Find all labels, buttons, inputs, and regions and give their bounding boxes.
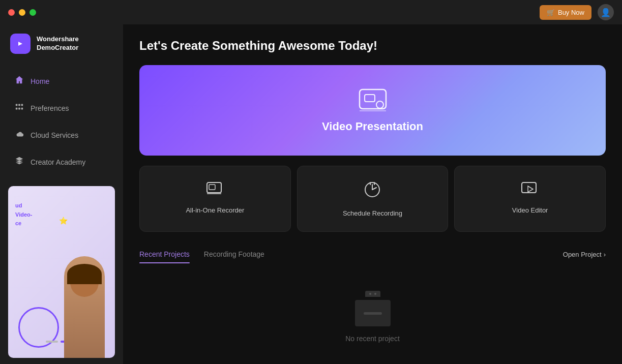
brand-name: Wondershare DemoCreator [37, 35, 79, 52]
creator-academy-label: Creator Academy [31, 158, 85, 166]
titlebar: 🛒 Buy Now 👤 [0, 0, 622, 24]
sidebar-thumbnail: ud Video- ce ⭐ [8, 186, 115, 358]
empty-state-icon [352, 291, 393, 326]
video-editor-label: Video Editor [512, 206, 548, 214]
svg-rect-4 [18, 108, 20, 110]
svg-rect-7 [360, 89, 386, 109]
sidebar-item-home[interactable]: Home [4, 68, 119, 94]
action-card-schedule-recording[interactable]: Schedule Recording [297, 166, 449, 232]
cart-icon: 🛒 [547, 9, 555, 16]
hero-title: Video Presentation [322, 120, 423, 133]
cloud-icon [14, 129, 24, 141]
tab-recent-projects[interactable]: Recent Projects [139, 246, 190, 262]
svg-rect-3 [18, 104, 20, 106]
page-title: Let's Create Something Awesome Today! [139, 39, 606, 53]
all-in-one-recorder-label: All-in-One Recorder [186, 206, 244, 214]
sidebar-item-cloud-services[interactable]: Cloud Services [4, 122, 119, 148]
academy-icon [14, 156, 24, 168]
sidebar-item-creator-academy[interactable]: Creator Academy [4, 149, 119, 175]
svg-marker-20 [528, 186, 533, 192]
tab-recording-footage[interactable]: Recording Footage [204, 246, 264, 262]
preferences-icon [14, 102, 24, 114]
action-card-video-editor[interactable]: Video Editor [454, 166, 606, 232]
action-card-all-in-one-recorder[interactable]: All-in-One Recorder [139, 166, 291, 232]
thumbnail-overlay-text: ud Video- ce [15, 201, 32, 228]
brand-logo [10, 34, 31, 54]
open-project-label: Open Project [563, 251, 602, 258]
minimize-button[interactable] [19, 9, 25, 16]
svg-line-16 [372, 188, 376, 190]
svg-rect-1 [16, 104, 18, 106]
svg-rect-12 [209, 185, 215, 190]
preferences-label: Preferences [31, 104, 69, 112]
video-editor-icon [521, 180, 539, 199]
schedule-icon [363, 180, 381, 202]
tabs-list: Recent Projects Recording Footage [139, 246, 279, 262]
app-body: Wondershare DemoCreator Home [0, 24, 622, 364]
hero-icon [358, 87, 388, 114]
sidebar-item-preferences[interactable]: Preferences [4, 95, 119, 121]
thumbnail-preview: ud Video- ce ⭐ [8, 186, 115, 358]
action-cards-grid: All-in-One Recorder Schedule Recording [139, 166, 606, 232]
buy-now-button[interactable]: 🛒 Buy Now [540, 5, 591, 20]
home-icon [14, 75, 24, 87]
main-content: Let's Create Something Awesome Today! Vi… [123, 24, 622, 364]
recorder-icon [206, 180, 224, 199]
svg-rect-5 [21, 104, 23, 106]
tabs-header: Recent Projects Recording Footage Open P… [139, 246, 606, 262]
hero-banner[interactable]: Video Presentation [139, 65, 606, 156]
close-button[interactable] [8, 9, 15, 16]
user-avatar-button[interactable]: 👤 [598, 4, 614, 20]
empty-state: No recent project [139, 270, 606, 363]
svg-point-9 [376, 101, 383, 108]
maximize-button[interactable] [29, 9, 36, 16]
schedule-recording-label: Schedule Recording [343, 209, 402, 217]
empty-state-text: No recent project [345, 335, 400, 343]
sidebar: Wondershare DemoCreator Home [0, 24, 123, 364]
sidebar-brand: Wondershare DemoCreator [0, 24, 123, 63]
svg-rect-2 [16, 108, 18, 110]
sidebar-nav: Home Preferences [0, 63, 123, 180]
cloud-services-label: Cloud Services [31, 131, 78, 139]
svg-rect-6 [21, 108, 23, 110]
window-controls [8, 9, 36, 16]
user-icon: 👤 [601, 8, 611, 17]
chevron-right-icon: › [604, 251, 606, 258]
thumbnail-star-icon: ⭐ [59, 217, 68, 225]
svg-rect-8 [365, 95, 375, 102]
titlebar-right: 🛒 Buy Now 👤 [540, 4, 614, 20]
home-label: Home [31, 77, 49, 85]
open-project-button[interactable]: Open Project › [563, 251, 606, 258]
buy-now-label: Buy Now [558, 9, 584, 16]
